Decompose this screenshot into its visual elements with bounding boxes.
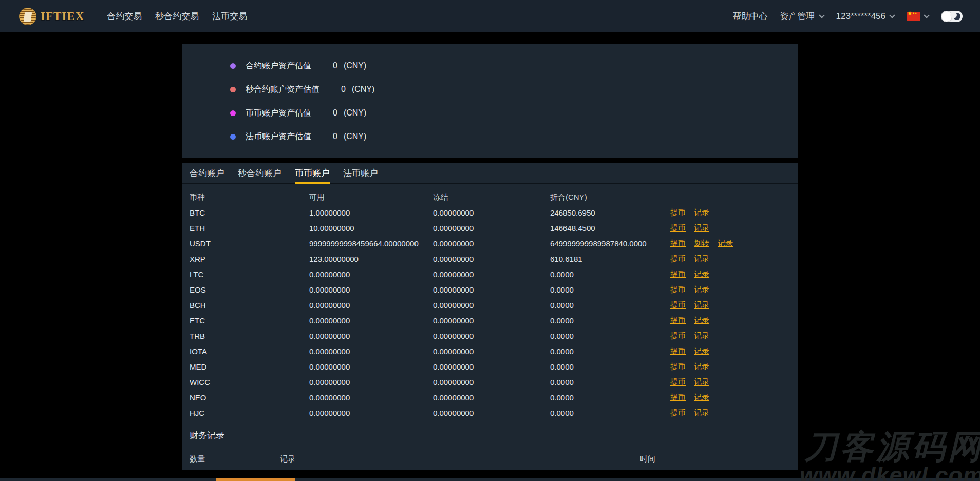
frozen-value: 0.00000000 — [433, 208, 550, 217]
chevron-down-icon — [889, 12, 895, 18]
record-link[interactable]: 记录 — [694, 208, 709, 218]
asset-management-label: 资产管理 — [780, 10, 815, 22]
row-actions: 提币记录 — [670, 377, 790, 387]
assets-table: 币种可用冻结折合(CNY) BTC 1.00000000 0.00000000 … — [182, 189, 798, 420]
summary-label: 合约账户资产估值 — [246, 61, 311, 71]
available-value: 0.00000000 — [309, 301, 433, 310]
logo[interactable]: IFTIEX — [19, 8, 84, 25]
withdraw-link[interactable]: 提币 — [670, 347, 686, 356]
cny-value: 146648.4500 — [550, 224, 670, 233]
summary-unit: (CNY) — [344, 108, 366, 118]
row-actions: 提币记录 — [670, 347, 790, 356]
withdraw-link[interactable]: 提币 — [670, 377, 686, 387]
coin-name: ETH — [190, 224, 309, 233]
available-value: 0.00000000 — [309, 316, 433, 325]
transfer-link[interactable]: 划转 — [694, 239, 709, 248]
asset-management-menu[interactable]: 资产管理 — [780, 10, 824, 22]
nav-link[interactable]: 秒合约交易 — [155, 10, 199, 22]
summary-row: 法币账户资产估值 0 (CNY) — [230, 125, 798, 148]
account-menu[interactable]: 123******456 — [836, 11, 894, 22]
cny-value: 246850.6950 — [550, 208, 670, 217]
record-link[interactable]: 记录 — [694, 393, 709, 402]
frozen-value: 0.00000000 — [433, 285, 550, 294]
tab-币币账户[interactable]: 币币账户 — [295, 162, 330, 184]
summary-value: 0 — [333, 108, 337, 118]
row-actions: 提币记录 — [670, 223, 790, 233]
navbar: IFTIEX 合约交易秒合约交易法币交易 帮助中心 资产管理 123******… — [0, 0, 980, 32]
table-row: ETH 10.00000000 0.00000000 146648.4500 提… — [190, 220, 790, 236]
summary-row: 秒合约账户资产估值 0 (CNY) — [230, 78, 798, 101]
cny-value: 0.0000 — [550, 270, 670, 279]
withdraw-link[interactable]: 提币 — [670, 239, 686, 248]
coin-logo-icon — [19, 8, 36, 25]
cny-value: 0.0000 — [550, 316, 670, 325]
record-link[interactable]: 记录 — [694, 316, 709, 325]
finance-column-header: 数量 — [190, 454, 280, 464]
moon-icon — [953, 13, 960, 20]
tab-合约账户[interactable]: 合约账户 — [190, 162, 224, 184]
finance-column-header: 记录 — [280, 454, 640, 464]
coin-name: LTC — [190, 270, 309, 279]
column-header: 可用 — [309, 193, 433, 202]
tab-法币账户[interactable]: 法币账户 — [343, 162, 378, 184]
column-header: 折合(CNY) — [550, 193, 670, 202]
record-link[interactable]: 记录 — [694, 285, 709, 295]
row-actions: 提币记录 — [670, 300, 790, 310]
orange-indicator — [216, 478, 295, 481]
record-link[interactable]: 记录 — [694, 270, 709, 279]
withdraw-link[interactable]: 提币 — [670, 362, 686, 372]
navbar-right: 帮助中心 资产管理 123******456 ★★★ — [733, 10, 963, 22]
available-value: 0.00000000 — [309, 362, 433, 371]
table-row: USDT 99999999998459664.00000000 0.000000… — [190, 236, 790, 251]
withdraw-link[interactable]: 提币 — [670, 331, 686, 341]
record-link[interactable]: 记录 — [694, 362, 709, 372]
record-link[interactable]: 记录 — [694, 408, 709, 418]
frozen-value: 0.00000000 — [433, 362, 550, 371]
summary-unit: (CNY) — [344, 61, 366, 70]
row-actions: 提币记录 — [670, 285, 790, 295]
record-link[interactable]: 记录 — [694, 223, 709, 233]
withdraw-link[interactable]: 提币 — [670, 393, 686, 402]
record-link[interactable]: 记录 — [694, 377, 709, 387]
next-section-strip — [0, 478, 980, 481]
available-value: 0.00000000 — [309, 393, 433, 402]
coin-name: WICC — [190, 378, 309, 387]
table-row: ETC 0.00000000 0.00000000 0.0000 提币记录 — [190, 313, 790, 328]
help-center-link[interactable]: 帮助中心 — [733, 10, 768, 22]
theme-toggle[interactable] — [941, 11, 963, 22]
record-link[interactable]: 记录 — [694, 331, 709, 341]
frozen-value: 0.00000000 — [433, 239, 550, 248]
tab-秒合约账户[interactable]: 秒合约账户 — [238, 162, 281, 184]
cny-value: 0.0000 — [550, 393, 670, 402]
withdraw-link[interactable]: 提币 — [670, 254, 686, 264]
available-value: 0.00000000 — [309, 347, 433, 356]
brand-name: IFTIEX — [41, 10, 84, 23]
record-link[interactable]: 记录 — [694, 254, 709, 264]
nav-link[interactable]: 合约交易 — [107, 10, 142, 22]
record-link[interactable]: 记录 — [718, 239, 733, 248]
assets-table-body: BTC 1.00000000 0.00000000 246850.6950 提币… — [190, 205, 790, 420]
available-value: 99999999998459664.00000000 — [309, 239, 433, 248]
withdraw-link[interactable]: 提币 — [670, 270, 686, 279]
withdraw-link[interactable]: 提币 — [670, 208, 686, 218]
frozen-value: 0.00000000 — [433, 270, 550, 279]
language-selector[interactable]: ★★★ — [907, 12, 929, 21]
cny-value: 0.0000 — [550, 285, 670, 294]
coin-name: IOTA — [190, 347, 309, 356]
withdraw-link[interactable]: 提币 — [670, 285, 686, 295]
summary-label: 币币账户资产估值 — [246, 108, 311, 119]
cny-value: 610.6181 — [550, 255, 670, 263]
record-link[interactable]: 记录 — [694, 347, 709, 356]
withdraw-link[interactable]: 提币 — [670, 408, 686, 418]
nav-link[interactable]: 法币交易 — [212, 10, 247, 22]
withdraw-link[interactable]: 提币 — [670, 300, 686, 310]
withdraw-link[interactable]: 提币 — [670, 316, 686, 325]
record-link[interactable]: 记录 — [694, 300, 709, 310]
row-actions: 提币记录 — [670, 254, 790, 264]
account-label: 123******456 — [836, 11, 885, 22]
coin-name: USDT — [190, 239, 309, 248]
withdraw-link[interactable]: 提币 — [670, 223, 686, 233]
table-row: MED 0.00000000 0.00000000 0.0000 提币记录 — [190, 359, 790, 374]
frozen-value: 0.00000000 — [433, 409, 550, 417]
asset-summary-panel: 合约账户资产估值 0 (CNY) 秒合约账户资产估值 0 (CNY) 币币账户资… — [182, 44, 798, 158]
